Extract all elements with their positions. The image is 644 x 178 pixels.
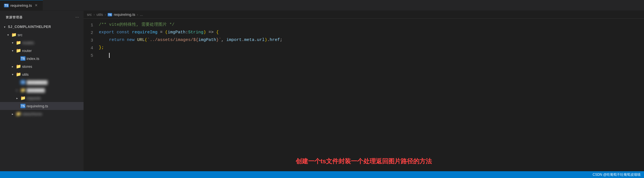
requireimg-label: requireImg.ts xyxy=(27,104,48,108)
stores-arrow xyxy=(10,64,15,69)
code-line-3: return new URL ( `../assets/images/${ im… xyxy=(99,36,644,44)
code-space4 xyxy=(206,29,208,36)
requests-folder-icon: 📁 xyxy=(20,95,25,101)
code-paren4: ) xyxy=(265,36,267,44)
main-area: 资源管理器 ··· SJ_COMPLAINTHELPER 📁 src 📁 mod… xyxy=(0,11,644,171)
code-content: /** vite的特殊性, 需要处理图片 */ export const req… xyxy=(98,21,644,146)
line-num-5: 5 xyxy=(84,52,93,60)
stores-folder-icon: 📁 xyxy=(16,64,21,69)
editor-area: src › utils › TS requireImg.ts › ... 1 2… xyxy=(84,11,644,171)
code-dot2: . xyxy=(254,36,257,44)
line-num-2: 2 xyxy=(84,29,93,37)
tab-filename: requireImg.ts xyxy=(10,3,32,8)
requireimg-ts-icon: TS xyxy=(20,104,25,108)
code-const: const xyxy=(117,29,129,36)
code-requireImg: requireImg xyxy=(132,29,157,36)
router-folder-icon: 📁 xyxy=(16,48,21,53)
sidebar-item-blurred-folder[interactable]: 📁 ███████ xyxy=(0,86,84,94)
code-return: return xyxy=(109,36,124,44)
code-indent3 xyxy=(99,36,109,44)
code-semi: ; xyxy=(280,36,282,44)
src-folder-icon: 📁 xyxy=(11,32,16,37)
breadcrumb-ts-badge: TS xyxy=(108,13,112,16)
sidebar-actions-icon[interactable]: ··· xyxy=(75,15,81,20)
project-label: SJ_COMPLAINTHELPER xyxy=(8,25,51,29)
tab-close-button[interactable]: × xyxy=(34,3,39,8)
active-tab[interactable]: TS requireImg.ts × xyxy=(0,0,43,11)
code-template-end: }` xyxy=(216,36,221,44)
models-arrow xyxy=(10,40,15,45)
models-label: models xyxy=(22,41,34,45)
code-space5 xyxy=(214,29,216,36)
ts-icon: TS xyxy=(4,4,9,7)
code-paren1: ( xyxy=(165,29,168,36)
project-arrow xyxy=(2,25,7,29)
router-arrow xyxy=(10,48,15,53)
index-ts-label: index.ts xyxy=(27,57,39,61)
sidebar-item-router[interactable]: 📁 router xyxy=(0,47,84,55)
code-space1 xyxy=(114,29,117,36)
code-template-start: `../assets/images/${ xyxy=(147,36,198,44)
sidebar-item-stores[interactable]: 📁 stores xyxy=(0,62,84,70)
blurred-ts-icon: TS xyxy=(20,80,25,84)
code-line-1-comment: /** vite的特殊性, 需要处理图片 */ xyxy=(99,21,174,29)
utils-label: utils xyxy=(22,72,29,77)
blurred-folder-arrow xyxy=(15,88,19,92)
text-cursor xyxy=(109,53,110,58)
blurred-ts-label: ████████ xyxy=(27,80,48,84)
breadcrumb-sep2: › xyxy=(105,12,106,17)
code-line-5 xyxy=(99,51,644,59)
code-String: String xyxy=(188,29,203,36)
code-imgPath2: imgPath xyxy=(198,36,216,44)
code-indent5 xyxy=(99,51,109,59)
src-label: src xyxy=(18,33,22,37)
code-new: new xyxy=(127,36,135,44)
code-paren2: ) xyxy=(203,29,206,36)
code-paren3: ( xyxy=(145,36,147,44)
sidebar-item-views-home[interactable]: 📁 views/Home xyxy=(0,110,84,118)
line-num-3: 3 xyxy=(84,37,93,44)
code-brace-close: }; xyxy=(99,44,104,51)
index-ts-spacer xyxy=(15,56,19,61)
code-line-2: export const requireImg = ( imgPath : St… xyxy=(99,29,644,36)
breadcrumb-sep3: › xyxy=(137,12,138,17)
code-arrow: => xyxy=(208,29,214,36)
sidebar-item-utils[interactable]: 📁 utils xyxy=(0,70,84,78)
code-URL: URL xyxy=(137,36,145,44)
breadcrumb-src: src xyxy=(87,12,92,17)
code-meta: meta xyxy=(244,36,254,44)
blurred-folder-label: ███████ xyxy=(27,88,45,92)
blurred-ts-spacer xyxy=(15,80,19,84)
stores-label: stores xyxy=(22,64,32,69)
code-import: import xyxy=(226,36,242,44)
code-line-1: /** vite的特殊性, 需要处理图片 */ xyxy=(99,21,644,29)
sidebar-item-requests[interactable]: 📁 requests xyxy=(0,94,84,102)
project-name[interactable]: SJ_COMPLAINTHELPER xyxy=(0,23,84,31)
sidebar-item-src[interactable]: 📁 src xyxy=(0,31,84,39)
code-dot3: . xyxy=(267,36,270,44)
editor-main[interactable]: 1 2 3 4 5 /** vite的特殊性, 需要处理图片 */ export xyxy=(84,19,644,171)
code-colon: : xyxy=(185,29,188,36)
breadcrumb-filename: requireImg.ts xyxy=(114,12,135,17)
line-num-4: 4 xyxy=(84,44,93,52)
line-numbers: 1 2 3 4 5 xyxy=(84,21,98,146)
breadcrumb-dots: ... xyxy=(140,12,143,17)
code-url: url xyxy=(257,36,265,44)
requireimg-spacer xyxy=(15,104,19,108)
sidebar-item-index-ts[interactable]: TS index.ts xyxy=(0,55,84,62)
sidebar-item-blurred-ts[interactable]: TS ████████ xyxy=(0,78,84,86)
sidebar-item-requireimg[interactable]: TS requireImg.ts xyxy=(0,102,84,110)
views-label: views/Home xyxy=(22,112,42,116)
tab-bar: TS requireImg.ts × xyxy=(0,0,644,11)
code-space6 xyxy=(124,36,127,44)
code-space3: = xyxy=(157,29,165,36)
sidebar-item-models[interactable]: 📁 models xyxy=(0,39,84,47)
utils-arrow xyxy=(10,72,15,77)
status-text: CSDN @吃葡萄不吐葡萄皮喵喵 xyxy=(592,172,641,177)
code-container: 1 2 3 4 5 /** vite的特殊性, 需要处理图片 */ export xyxy=(84,19,644,146)
src-arrow xyxy=(6,32,10,37)
blurred-folder-icon: 📁 xyxy=(20,88,25,93)
code-imgPath: imgPath xyxy=(168,29,185,36)
line-num-1: 1 xyxy=(84,21,93,29)
models-folder-icon: 📁 xyxy=(16,40,21,45)
